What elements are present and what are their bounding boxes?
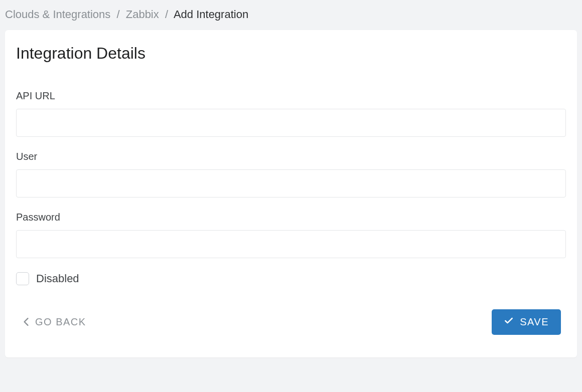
breadcrumb: Clouds & Integrations / Zabbix / Add Int… (0, 0, 582, 30)
password-input[interactable] (16, 230, 566, 258)
api-url-label: API URL (16, 90, 566, 102)
go-back-button[interactable]: GO BACK (21, 311, 88, 333)
disabled-row: Disabled (16, 272, 566, 285)
breadcrumb-item-current: Add Integration (174, 8, 248, 21)
breadcrumb-item-clouds[interactable]: Clouds & Integrations (5, 8, 110, 21)
user-input[interactable] (16, 169, 566, 198)
user-group: User (16, 151, 566, 198)
user-label: User (16, 151, 566, 162)
save-label: SAVE (520, 316, 549, 328)
page-title: Integration Details (16, 44, 566, 63)
integration-details-card: Integration Details API URL User Passwor… (5, 30, 577, 357)
chevron-left-icon (23, 317, 29, 327)
disabled-checkbox[interactable] (16, 272, 29, 285)
go-back-label: GO BACK (35, 316, 86, 328)
password-label: Password (16, 212, 566, 223)
password-group: Password (16, 212, 566, 258)
check-icon (504, 316, 514, 328)
disabled-label: Disabled (36, 272, 79, 285)
breadcrumb-separator: / (165, 8, 168, 21)
save-button[interactable]: SAVE (492, 309, 561, 335)
breadcrumb-item-zabbix[interactable]: Zabbix (126, 8, 159, 21)
actions-row: GO BACK SAVE (16, 309, 566, 335)
breadcrumb-separator: / (116, 8, 119, 21)
api-url-input[interactable] (16, 109, 566, 137)
api-url-group: API URL (16, 90, 566, 137)
